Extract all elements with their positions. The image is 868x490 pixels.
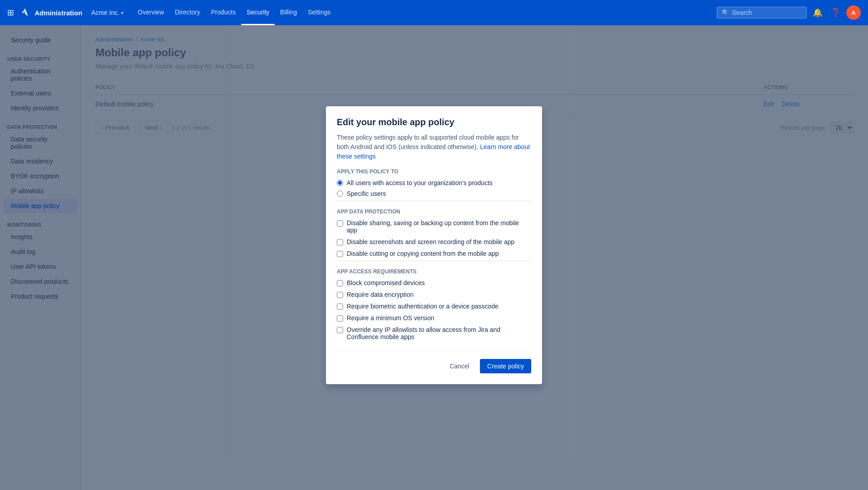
- avatar[interactable]: A: [846, 5, 861, 20]
- app-data-protection-label: App data protection: [337, 209, 531, 215]
- checkbox-require-os-input[interactable]: [337, 315, 343, 322]
- apply-policy-label: Apply this policy to: [337, 168, 531, 175]
- cancel-button[interactable]: Cancel: [443, 359, 477, 373]
- radio-all-users-input[interactable]: [337, 180, 343, 186]
- help-button[interactable]: ❓: [828, 5, 843, 20]
- search-box[interactable]: 🔍 Search: [717, 7, 807, 18]
- section-divider-1: [337, 201, 531, 201]
- checkbox-override-ip[interactable]: Override any IP allowlists to allow acce…: [337, 326, 531, 340]
- atlassian-logo[interactable]: Administration: [19, 6, 82, 19]
- atlassian-diamond-icon: [19, 6, 32, 19]
- apply-policy-radio-group: All users with access to your organizati…: [337, 179, 531, 197]
- checkbox-disable-sharing[interactable]: Disable sharing, saving or backing up co…: [337, 219, 531, 234]
- radio-all-users[interactable]: All users with access to your organizati…: [337, 179, 531, 186]
- checkbox-require-os[interactable]: Require a minimum OS version: [337, 314, 531, 322]
- modal-description: These policy settings apply to all suppo…: [337, 133, 531, 161]
- search-placeholder: Search: [732, 9, 752, 16]
- radio-specific-users-input[interactable]: [337, 191, 343, 197]
- section-divider-2: [337, 261, 531, 261]
- logo-text: Administration: [35, 9, 82, 17]
- nav-directory[interactable]: Directory: [169, 0, 205, 25]
- app-access-group: Block compromised devices Require data e…: [337, 279, 531, 340]
- checkbox-disable-sharing-label: Disable sharing, saving or backing up co…: [347, 219, 531, 234]
- nav-security[interactable]: Security: [241, 0, 275, 25]
- checkbox-disable-screenshots-label: Disable screenshots and screen recording…: [347, 238, 515, 245]
- notifications-button[interactable]: 🔔: [810, 5, 825, 20]
- modal-footer: Cancel Create policy: [337, 351, 531, 373]
- checkbox-disable-screenshots[interactable]: Disable screenshots and screen recording…: [337, 238, 531, 245]
- create-policy-button[interactable]: Create policy: [480, 359, 531, 373]
- radio-specific-users-label: Specific users: [347, 190, 386, 197]
- nav-links: Overview Directory Products Security Bil…: [132, 0, 336, 25]
- org-switcher[interactable]: Acme Inc. ▾: [91, 9, 123, 16]
- checkbox-block-compromised-label: Block compromised devices: [347, 279, 425, 286]
- edit-mobile-policy-modal: Edit your mobile app policy These policy…: [326, 106, 542, 384]
- radio-all-users-label: All users with access to your organizati…: [347, 179, 493, 186]
- checkbox-require-biometric-label: Require biometric authentication or a de…: [347, 303, 498, 310]
- checkbox-override-ip-input[interactable]: [337, 327, 343, 333]
- checkbox-require-biometric-input[interactable]: [337, 304, 343, 310]
- nav-overview[interactable]: Overview: [132, 0, 169, 25]
- checkbox-block-compromised[interactable]: Block compromised devices: [337, 279, 531, 286]
- checkbox-require-biometric[interactable]: Require biometric authentication or a de…: [337, 303, 531, 310]
- radio-specific-users[interactable]: Specific users: [337, 190, 531, 197]
- nav-billing[interactable]: Billing: [275, 0, 302, 25]
- checkbox-disable-cutting[interactable]: Disable cutting or copying content from …: [337, 250, 531, 257]
- top-navigation: ⊞ Administration Acme Inc. ▾ Overview Di…: [0, 0, 868, 25]
- checkbox-require-encryption-label: Require data encryption: [347, 291, 414, 298]
- checkbox-disable-screenshots-input[interactable]: [337, 239, 343, 245]
- checkbox-disable-sharing-input[interactable]: [337, 220, 343, 227]
- checkbox-override-ip-label: Override any IP allowlists to allow acce…: [347, 326, 531, 340]
- checkbox-require-encryption[interactable]: Require data encryption: [337, 291, 531, 298]
- checkbox-require-encryption-input[interactable]: [337, 292, 343, 298]
- app-data-protection-group: Disable sharing, saving or backing up co…: [337, 219, 531, 257]
- checkbox-require-os-label: Require a minimum OS version: [347, 314, 434, 322]
- chevron-down-icon: ▾: [121, 10, 123, 15]
- org-name: Acme Inc.: [91, 9, 119, 16]
- app-access-label: App access requirements: [337, 268, 531, 275]
- checkbox-disable-cutting-input[interactable]: [337, 251, 343, 257]
- nav-settings[interactable]: Settings: [303, 0, 336, 25]
- grid-icon[interactable]: ⊞: [7, 8, 14, 18]
- modal-title: Edit your mobile app policy: [337, 117, 531, 127]
- nav-products[interactable]: Products: [205, 0, 241, 25]
- nav-right-section: 🔍 Search 🔔 ❓ A: [717, 5, 861, 20]
- search-icon: 🔍: [722, 9, 729, 16]
- modal-overlay[interactable]: Edit your mobile app policy These policy…: [0, 0, 868, 490]
- checkbox-disable-cutting-label: Disable cutting or copying content from …: [347, 250, 499, 257]
- checkbox-block-compromised-input[interactable]: [337, 280, 343, 286]
